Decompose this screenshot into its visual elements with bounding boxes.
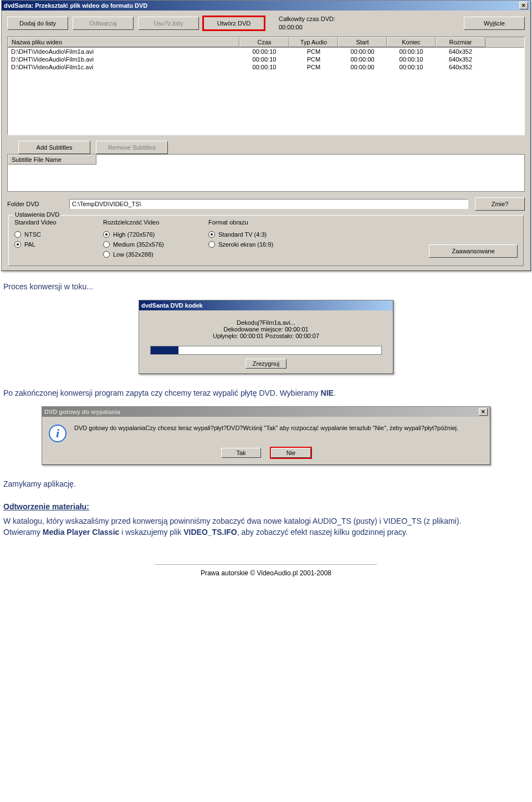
doc-close-app: Zamykamy aplikację. bbox=[0, 468, 532, 494]
window-body: Dodaj do listy Odtwarzaj Usu?z.listy Utw… bbox=[2, 11, 530, 270]
msgbox-titlebar[interactable]: DVD gotowy do wypalania ✕ bbox=[42, 407, 490, 417]
exit-button[interactable]: Wyjście bbox=[464, 17, 525, 30]
col-size[interactable]: Rozmiar bbox=[436, 37, 485, 47]
radio-fmt-wide[interactable]: Szeroki ekran (16:9) bbox=[208, 241, 319, 248]
video-file-list[interactable]: Nazwa pliku wideo Czas Typ Audio Start K… bbox=[7, 37, 525, 135]
dvd-folder-row: Folder DVD Zmie? bbox=[7, 197, 525, 211]
dvd-time-label: Całkowity czas DVD: bbox=[279, 16, 335, 22]
standard-video-label: Standard Video bbox=[14, 219, 92, 226]
change-folder-button[interactable]: Zmie? bbox=[475, 197, 525, 211]
toolbar: Dodaj do listy Odtwarzaj Usu?z.listy Utw… bbox=[7, 15, 525, 32]
radio-pal[interactable]: PAL bbox=[14, 241, 92, 248]
window-title: dvdSanta: Przekształć plik wideo do form… bbox=[4, 2, 147, 9]
subtitles-section: Add Subtitles Remove Subtitles Subtitle … bbox=[7, 141, 525, 192]
subtitle-col-header[interactable]: Subtitle File Name bbox=[8, 155, 96, 165]
doc-paragraph-conversion: Proces konwersji w toku... bbox=[0, 271, 532, 297]
resolution-label: Rozdzielczość Video bbox=[103, 219, 197, 226]
codec-title: dvdSanta DVD kodek bbox=[141, 302, 203, 309]
table-row[interactable]: D:\DHT\VideoAudio\Film1c.avi 00:00:10 PC… bbox=[8, 63, 524, 71]
table-row[interactable]: D:\DHT\VideoAudio\Film1b.avi 00:00:10 PC… bbox=[8, 55, 524, 63]
advanced-button[interactable]: Zaawansowane bbox=[429, 244, 518, 258]
dvd-total-time: Całkowity czas DVD: 00:00:00 bbox=[279, 15, 335, 32]
doc-paragraph-after: Po zakończonej konwersji program zapyta … bbox=[0, 377, 532, 403]
col-audio[interactable]: Typ Audio bbox=[289, 37, 338, 47]
close-icon[interactable]: ✕ bbox=[479, 408, 488, 416]
add-subtitles-button[interactable]: Add Subtitles bbox=[18, 141, 90, 154]
dvd-settings-group: Ustawienia DVD Standard Video NTSC PAL R… bbox=[8, 215, 524, 266]
format-label: Format obrazu bbox=[208, 219, 319, 226]
remove-from-list-button[interactable]: Usu?z.listy bbox=[138, 17, 199, 30]
codec-titlebar[interactable]: dvdSanta DVD kodek bbox=[139, 300, 393, 310]
titlebar[interactable]: dvdSanta: Przekształć plik wideo do form… bbox=[2, 1, 530, 11]
codec-line2: Dekodowane miejsce: 00:00:01 bbox=[146, 326, 386, 333]
folder-label: Folder DVD bbox=[7, 201, 63, 207]
footer: Prawa autorskie © VideoAudio.pl 2001-200… bbox=[0, 542, 532, 584]
remove-subtitles-button[interactable]: Remove Subtitles bbox=[96, 141, 168, 154]
codec-line1: Dekoduj?Film1a.avi... bbox=[146, 319, 386, 326]
burn-dvd-messagebox: DVD gotowy do wypalania ✕ i DVD gotowy d… bbox=[42, 406, 490, 465]
folder-input[interactable] bbox=[69, 199, 468, 209]
codec-line3: Upłynęło: 00:00:01 Pozostało: 00:00:07 bbox=[146, 333, 386, 339]
msgbox-text: DVD gotowy do wypalaniaCzy chcesz teraz … bbox=[74, 425, 483, 431]
codec-progress-window: dvdSanta DVD kodek Dekoduj?Film1a.avi...… bbox=[139, 300, 393, 374]
add-to-list-button[interactable]: Dodaj do listy bbox=[7, 17, 68, 30]
col-start[interactable]: Start bbox=[338, 37, 387, 47]
table-row[interactable]: D:\DHT\VideoAudio\Film1a.avi 00:00:10 PC… bbox=[8, 48, 524, 55]
cancel-button[interactable]: Zrezygnuj bbox=[245, 359, 287, 369]
no-button[interactable]: Nie bbox=[271, 448, 311, 458]
col-name[interactable]: Nazwa pliku wideo bbox=[8, 37, 239, 47]
radio-ntsc[interactable]: NTSC bbox=[14, 231, 92, 238]
progress-bar bbox=[150, 346, 382, 355]
copyright: Prawa autorskie © VideoAudio.pl 2001-200… bbox=[201, 569, 331, 577]
radio-res-high[interactable]: High (720x576) bbox=[103, 231, 197, 238]
close-icon[interactable]: ✕ bbox=[519, 2, 528, 9]
dvd-time-value: 00:00:00 bbox=[279, 24, 303, 30]
subtitle-list[interactable]: Subtitle File Name bbox=[7, 154, 525, 192]
col-end[interactable]: Koniec bbox=[387, 37, 436, 47]
play-button[interactable]: Odtwarzaj bbox=[73, 17, 134, 30]
radio-res-medium[interactable]: Medium (352x576) bbox=[103, 241, 197, 248]
create-dvd-button[interactable]: Utwórz DVD bbox=[203, 17, 264, 30]
dvdsanta-main-window: dvdSanta: Przekształć plik wideo do form… bbox=[1, 0, 531, 271]
msgbox-title: DVD gotowy do wypalania bbox=[44, 408, 120, 415]
list-header: Nazwa pliku wideo Czas Typ Audio Start K… bbox=[8, 37, 524, 48]
settings-legend: Ustawienia DVD bbox=[13, 211, 61, 218]
col-time[interactable]: Czas bbox=[239, 37, 289, 47]
radio-res-low[interactable]: Low (352x288) bbox=[103, 251, 197, 258]
yes-button[interactable]: Tak bbox=[221, 448, 261, 458]
doc-paragraph-playback: W katalogu, który wskazaliśmy przed konw… bbox=[0, 514, 532, 543]
radio-fmt-standard[interactable]: Standard TV (4:3) bbox=[208, 231, 319, 238]
info-icon: i bbox=[49, 425, 66, 442]
doc-heading-playback: Odtworzenie materiału: bbox=[0, 494, 532, 514]
progress-fill bbox=[151, 346, 178, 354]
